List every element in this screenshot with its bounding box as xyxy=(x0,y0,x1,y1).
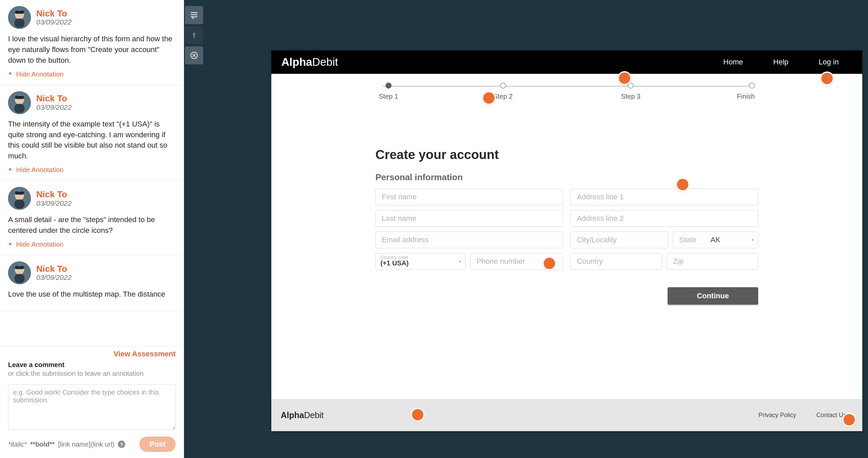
pin-icon xyxy=(8,242,13,247)
footer-brand: AlphaDebit xyxy=(281,411,324,420)
svg-rect-6 xyxy=(14,104,25,113)
svg-rect-14 xyxy=(14,274,25,283)
pin-icon xyxy=(8,168,13,172)
last-name-input[interactable] xyxy=(375,210,563,227)
comments-list[interactable]: Nick To03/09/2022I love the visual hiera… xyxy=(0,0,184,346)
comment-date: 03/09/2022 xyxy=(36,199,71,207)
svg-rect-10 xyxy=(14,200,25,209)
address2-input[interactable] xyxy=(570,210,758,227)
step-3: Step 3 xyxy=(621,83,640,100)
state-label: State xyxy=(679,235,696,244)
comment-author[interactable]: Nick To xyxy=(36,9,71,19)
mockup-footer: AlphaDebit Privacy Policy Contact Us xyxy=(271,399,862,431)
country-code-select[interactable]: Country code (+1 USA) ▾ xyxy=(375,253,465,270)
view-assessment-link[interactable]: View Assessment xyxy=(114,350,176,358)
country-input[interactable] xyxy=(570,253,662,270)
post-button[interactable]: Post xyxy=(140,436,176,452)
hint-bold: **bold** xyxy=(30,440,55,448)
submission-canvas[interactable]: AlphaDebit Home Help Log in Step 1 Step … xyxy=(204,0,868,458)
hint-italic: *italic* xyxy=(8,440,27,448)
state-select[interactable]: State AK ▾ xyxy=(673,231,758,248)
help-icon[interactable]: ? xyxy=(118,440,125,448)
svg-rect-15 xyxy=(15,266,24,269)
close-tool-button[interactable] xyxy=(185,46,203,64)
hide-annotation-link[interactable]: Hide Annotation xyxy=(8,70,63,78)
comment-date: 03/09/2022 xyxy=(36,18,71,26)
annotation-marker[interactable] xyxy=(677,179,688,190)
hint-link: [link name](link url) xyxy=(58,440,115,448)
comment-date: 03/09/2022 xyxy=(36,103,71,111)
annotation-marker[interactable] xyxy=(412,409,424,420)
comment-body: I love the visual hierarchy of this form… xyxy=(8,34,176,66)
form-title: Create your account xyxy=(375,148,758,162)
comment-item: Nick To03/09/2022I love the visual hiera… xyxy=(0,0,184,85)
comment-body: A small detail - are the "steps" intende… xyxy=(8,215,176,236)
svg-rect-11 xyxy=(15,192,24,195)
toolstrip xyxy=(184,0,204,458)
mockup-navbar: AlphaDebit Home Help Log in xyxy=(271,50,862,74)
address1-input[interactable] xyxy=(570,189,758,205)
comment-body: Love the use of the multistep map. The d… xyxy=(8,289,176,300)
format-hints: *italic* **bold** [link name](link url) … xyxy=(8,440,125,448)
nav-login[interactable]: Log in xyxy=(819,58,839,66)
annotation-marker[interactable] xyxy=(483,92,495,104)
svg-rect-2 xyxy=(14,19,25,28)
country-code-value: (+1 USA) xyxy=(380,259,409,267)
comment-author[interactable]: Nick To xyxy=(36,190,71,199)
svg-rect-3 xyxy=(15,11,24,14)
pin-icon xyxy=(8,72,13,76)
annotation-marker[interactable] xyxy=(843,414,855,425)
continue-button[interactable]: Continue xyxy=(668,287,758,305)
chevron-down-icon: ▾ xyxy=(752,237,754,242)
leave-comment-label: Leave a comment xyxy=(8,360,176,369)
nav-home[interactable]: Home xyxy=(723,58,743,66)
comment-item: Nick To03/09/2022Love the use of the mul… xyxy=(0,255,184,312)
submission-mockup: AlphaDebit Home Help Log in Step 1 Step … xyxy=(271,50,862,431)
step-1: Step 1 xyxy=(379,83,398,100)
avatar xyxy=(8,187,31,210)
comment-body: The intensity of the example text "(+1 U… xyxy=(8,119,176,162)
pin-tool-button[interactable] xyxy=(185,26,203,44)
toggle-sidebar-button[interactable] xyxy=(185,6,203,24)
city-input[interactable] xyxy=(570,231,668,248)
hide-annotation-link[interactable]: Hide Annotation xyxy=(8,240,63,248)
sidebar-footer: View Assessment Leave a comment or click… xyxy=(0,346,184,458)
footer-contact-link[interactable]: Contact Us xyxy=(816,412,846,419)
chevron-down-icon: ▾ xyxy=(459,259,461,264)
annotation-sidebar: Nick To03/09/2022I love the visual hiera… xyxy=(0,0,184,458)
step-finish: Finish xyxy=(737,83,755,100)
state-value: AK xyxy=(711,235,720,244)
avatar xyxy=(8,6,31,29)
brand-logo: AlphaDebit xyxy=(281,56,338,68)
signup-form: Create your account Personal information… xyxy=(375,148,758,305)
zip-input[interactable] xyxy=(667,253,758,270)
annotation-marker[interactable] xyxy=(821,73,833,84)
comment-author[interactable]: Nick To xyxy=(36,264,71,274)
footer-privacy-link[interactable]: Privacy Policy xyxy=(758,412,796,419)
nav-help[interactable]: Help xyxy=(773,58,788,66)
form-section-label: Personal information xyxy=(375,172,758,183)
avatar xyxy=(8,91,31,114)
avatar xyxy=(8,261,31,284)
comment-author[interactable]: Nick To xyxy=(36,94,71,103)
first-name-input[interactable] xyxy=(375,189,563,205)
comment-textarea[interactable] xyxy=(8,384,176,430)
comment-item: Nick To03/09/2022The intensity of the ex… xyxy=(0,85,184,181)
leave-comment-sublabel: or click the submission to leave an anno… xyxy=(8,370,176,378)
step-2: Step 2 xyxy=(493,83,513,100)
comment-date: 03/09/2022 xyxy=(36,273,71,282)
email-input[interactable] xyxy=(375,231,563,248)
progress-stepper: Step 1 Step 2 Step 3 Finish xyxy=(379,80,755,111)
annotation-marker[interactable] xyxy=(619,72,630,84)
annotation-marker[interactable] xyxy=(544,258,555,269)
comment-item: Nick To03/09/2022A small detail - are th… xyxy=(0,181,184,255)
svg-rect-7 xyxy=(15,96,24,99)
hide-annotation-link[interactable]: Hide Annotation xyxy=(8,166,63,174)
